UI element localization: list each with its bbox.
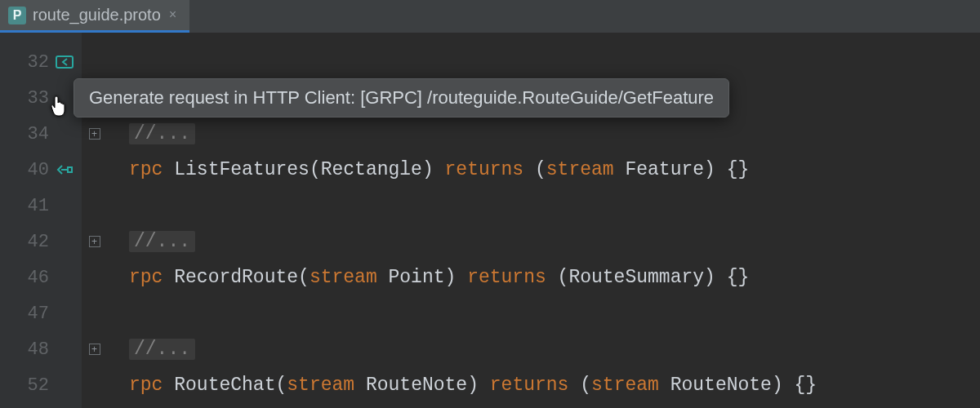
punct: ) — [445, 267, 457, 288]
keyword-stream: stream — [287, 375, 354, 396]
braces: {} — [727, 159, 750, 180]
keyword-rpc: rpc — [129, 267, 163, 288]
punct: ( — [535, 159, 546, 180]
comment: //... — [129, 123, 195, 144]
punct: ) — [704, 159, 715, 180]
fold-expand-icon[interactable]: + — [89, 236, 100, 247]
line-number: 46 — [21, 268, 49, 288]
keyword-returns: returns — [445, 159, 524, 180]
punct: ) — [422, 159, 434, 180]
braces: {} — [727, 267, 750, 288]
keyword-rpc: rpc — [129, 375, 163, 396]
punct: ) — [772, 375, 783, 396]
proto-file-icon: P — [8, 7, 26, 24]
keyword-stream: stream — [546, 159, 614, 180]
line-number: 48 — [21, 339, 49, 360]
code-line: //... — [129, 224, 980, 259]
comment: //... — [129, 339, 195, 360]
braces: {} — [795, 375, 817, 396]
http-request-gutter-icon[interactable] — [56, 55, 74, 69]
close-icon[interactable]: × — [167, 8, 179, 23]
code-line — [129, 44, 980, 80]
svg-rect-2 — [68, 167, 72, 172]
pointer-cursor-icon — [49, 95, 70, 118]
line-number: 32 — [21, 52, 49, 73]
code-line — [129, 188, 980, 224]
code-line — [129, 295, 980, 331]
keyword-rpc: rpc — [129, 159, 163, 180]
type: RouteSummary — [568, 267, 704, 288]
editor-area: 32 33 34 40 41 42 46 47 48 52 — [0, 33, 980, 408]
punct: ( — [558, 267, 569, 288]
keyword-stream: stream — [310, 267, 377, 288]
line-number: 42 — [21, 232, 49, 252]
code-line: //... — [129, 331, 980, 367]
line-number: 47 — [21, 304, 49, 324]
type: Point — [389, 267, 445, 288]
line-number: 41 — [21, 196, 49, 216]
code-line: rpc RouteChat(stream RouteNote) returns … — [129, 367, 980, 403]
tab-filename: route_guide.proto — [33, 6, 161, 24]
punct: ( — [298, 267, 310, 288]
type: RouteNote — [670, 375, 772, 396]
identifier: ListFeatures — [174, 159, 310, 180]
gutter-tooltip: Generate request in HTTP Client: [GRPC] … — [74, 78, 729, 118]
identifier: RecordRoute — [174, 267, 298, 288]
punct: ( — [275, 375, 287, 396]
fold-expand-icon[interactable]: + — [89, 128, 100, 140]
line-number: 33 — [21, 88, 49, 109]
keyword-returns: returns — [467, 267, 546, 288]
ide-window: P route_guide.proto × 32 33 34 40 41 42 — [0, 0, 980, 408]
punct: ( — [580, 375, 591, 396]
http-request-gutter-icon[interactable] — [56, 163, 74, 176]
type: Rectangle — [321, 159, 422, 180]
svg-rect-0 — [56, 56, 73, 68]
identifier: RouteChat — [174, 375, 275, 396]
type: Feature — [625, 159, 704, 180]
type: RouteNote — [366, 375, 467, 396]
line-number: 52 — [21, 375, 49, 396]
line-number: 40 — [21, 160, 49, 180]
line-number: 34 — [21, 124, 49, 144]
punct: ( — [310, 159, 321, 180]
code-line: //... — [129, 116, 980, 152]
comment: //... — [129, 231, 195, 252]
code-line: rpc ListFeatures(Rectangle) returns (str… — [129, 152, 980, 188]
fold-expand-icon[interactable]: + — [89, 344, 100, 355]
tab-route-guide-proto[interactable]: P route_guide.proto × — [0, 0, 189, 33]
gutter: 32 33 34 40 41 42 46 47 48 52 — [0, 33, 82, 408]
keyword-returns: returns — [490, 375, 569, 396]
tab-bar: P route_guide.proto × — [0, 0, 980, 33]
punct: ) — [704, 267, 715, 288]
punct: ) — [467, 375, 479, 396]
code-line: rpc RecordRoute(stream Point) returns (R… — [129, 259, 980, 295]
keyword-stream: stream — [591, 375, 659, 396]
